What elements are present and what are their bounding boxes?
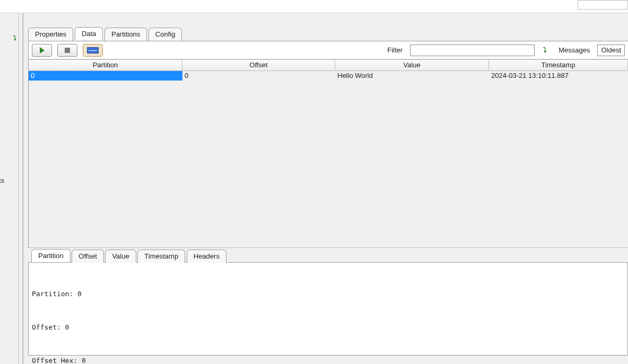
detail-offset: Offset: 0 bbox=[32, 322, 624, 333]
play-button[interactable] bbox=[32, 44, 52, 57]
detail-tab-offset[interactable]: Offset bbox=[72, 250, 103, 263]
detail-tabrow: Partition Offset Value Timestamp Headers bbox=[28, 249, 628, 262]
stop-button[interactable] bbox=[57, 44, 77, 57]
messages-mode-select[interactable]: Oldest bbox=[597, 45, 625, 56]
table-body: 0 0 Hello World 2024-03-21 13:10:11.887 bbox=[28, 71, 628, 248]
detail-panel: Partition Offset Value Timestamp Headers… bbox=[28, 249, 628, 356]
filter-input[interactable] bbox=[410, 45, 535, 56]
tab-data[interactable]: Data bbox=[75, 27, 103, 40]
vertical-splitter[interactable] bbox=[19, 13, 24, 364]
main-tabrow: Properties Data Partitions Config bbox=[24, 27, 628, 41]
cell-offset[interactable]: 0 bbox=[182, 71, 335, 81]
cell-timestamp[interactable]: 2024-03-21 13:10:11.887 bbox=[489, 71, 628, 81]
top-bar bbox=[0, 0, 628, 13]
left-text-fragment: ts bbox=[0, 176, 4, 184]
detail-partition: Partition: 0 bbox=[32, 288, 624, 299]
data-toolbar: Filter ⤵ Messages Oldest bbox=[28, 41, 628, 59]
keyboard-toggle-button[interactable] bbox=[83, 44, 103, 57]
dropdown-arrow-icon[interactable]: ⤵ bbox=[13, 34, 16, 42]
col-header-timestamp[interactable]: Timestamp bbox=[489, 60, 628, 70]
top-right-box bbox=[578, 0, 628, 10]
tab-config[interactable]: Config bbox=[149, 28, 182, 41]
table-row[interactable]: 0 0 Hello World 2024-03-21 13:10:11.887 bbox=[29, 71, 628, 81]
messages-label: Messages bbox=[559, 46, 590, 54]
col-header-value[interactable]: Value bbox=[335, 60, 489, 70]
keyboard-icon bbox=[87, 47, 99, 54]
filter-label: Filter bbox=[387, 46, 403, 54]
filter-apply-icon[interactable]: ⤵ bbox=[540, 46, 550, 54]
detail-tab-timestamp[interactable]: Timestamp bbox=[137, 250, 185, 263]
detail-tab-partition[interactable]: Partition bbox=[31, 249, 71, 262]
col-header-offset[interactable]: Offset bbox=[182, 60, 335, 70]
detail-offset-hex: Offset Hex: 0 bbox=[32, 355, 624, 364]
detail-tab-value[interactable]: Value bbox=[105, 250, 136, 263]
cell-partition[interactable]: 0 bbox=[29, 71, 182, 81]
table-header: Partition Offset Value Timestamp bbox=[28, 59, 628, 71]
play-icon bbox=[40, 47, 45, 54]
detail-tab-headers[interactable]: Headers bbox=[187, 250, 226, 263]
tab-properties[interactable]: Properties bbox=[28, 28, 73, 41]
detail-body: Partition: 0 Offset: 0 Offset Hex: 0 Mes… bbox=[28, 263, 628, 356]
tab-partitions[interactable]: Partitions bbox=[104, 28, 147, 41]
main-panel: Properties Data Partitions Config Filter… bbox=[24, 13, 628, 364]
stop-icon bbox=[65, 48, 70, 53]
left-panel: ⤵ ts bbox=[0, 13, 19, 364]
cell-value[interactable]: Hello World bbox=[335, 71, 489, 81]
col-header-partition[interactable]: Partition bbox=[29, 60, 182, 70]
